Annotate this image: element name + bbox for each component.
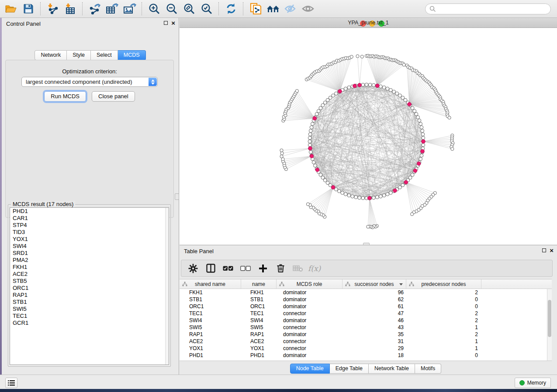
ring-node[interactable] <box>309 150 312 154</box>
leaf-node[interactable] <box>367 225 370 228</box>
column-layout-icon[interactable] <box>205 263 216 274</box>
mcds-result-item[interactable]: SWI5 <box>10 306 169 313</box>
float-panel-icon[interactable] <box>164 21 168 25</box>
mcds-dominator-node[interactable] <box>376 84 380 88</box>
hide-selected-icon[interactable] <box>283 2 298 16</box>
ring-node[interactable] <box>317 109 320 113</box>
ring-node[interactable] <box>382 86 386 89</box>
table-scrollbar[interactable] <box>547 289 552 361</box>
delete-table-icon[interactable] <box>292 263 304 274</box>
mcds-result-item[interactable]: SRD1 <box>10 250 169 257</box>
mcds-dominator-node[interactable] <box>404 180 408 184</box>
close-panel-icon[interactable]: × <box>171 21 175 25</box>
leaf-node[interactable] <box>281 158 284 161</box>
vertical-splitter-handle[interactable] <box>175 193 179 200</box>
ring-node[interactable] <box>416 116 420 119</box>
ring-node[interactable] <box>415 112 418 116</box>
mcds-result-item[interactable]: RAP1 <box>10 292 169 299</box>
task-history-button[interactable] <box>5 378 17 388</box>
column-header-mcds-role[interactable]: MCDS role <box>277 279 343 289</box>
ring-node[interactable] <box>332 94 335 97</box>
import-network-icon[interactable] <box>45 2 60 16</box>
ring-node[interactable] <box>375 196 379 199</box>
memory-button[interactable]: Memory <box>515 378 551 388</box>
export-image-icon[interactable] <box>122 2 137 16</box>
leaf-node[interactable] <box>280 152 284 155</box>
ring-node[interactable] <box>395 92 399 95</box>
select-all-columns-icon[interactable] <box>222 263 234 274</box>
mcds-dominator-node[interactable] <box>368 196 372 200</box>
ring-node[interactable] <box>308 133 312 136</box>
ring-node[interactable] <box>389 88 392 92</box>
ring-node[interactable] <box>312 161 315 164</box>
mcds-result-item[interactable]: CAR1 <box>10 215 169 222</box>
column-header-name[interactable]: name <box>241 279 277 289</box>
zoom-selected-icon[interactable] <box>199 2 214 16</box>
open-session-icon[interactable] <box>3 2 18 16</box>
ring-node[interactable] <box>315 112 318 116</box>
tab-mcds[interactable]: MCDS <box>118 50 146 60</box>
tab-select[interactable]: Select <box>91 50 118 60</box>
ring-node[interactable] <box>421 133 425 136</box>
table-row[interactable]: PHD1PHD1dominator180 <box>180 352 552 359</box>
table-row[interactable]: SWI4SWI4dominator462 <box>180 317 552 324</box>
ring-node[interactable] <box>372 83 375 87</box>
table-scrollbar-thumb[interactable] <box>548 300 551 337</box>
mcds-dominator-node[interactable] <box>408 102 412 106</box>
ring-node[interactable] <box>368 83 372 86</box>
search-input[interactable] <box>438 4 550 14</box>
column-header-successor-nodes[interactable]: successor nodes <box>343 279 406 289</box>
network-graph[interactable] <box>180 28 557 244</box>
mcds-dominator-node[interactable] <box>421 149 425 153</box>
search-box[interactable] <box>425 3 551 14</box>
ring-node[interactable] <box>386 193 389 196</box>
table-row[interactable]: TEC1TEC1connector472 <box>180 310 552 317</box>
mcds-result-item[interactable]: ACE2 <box>10 271 169 278</box>
export-table-icon[interactable] <box>105 2 120 16</box>
ring-node[interactable] <box>361 196 365 200</box>
ring-node[interactable] <box>344 87 347 90</box>
ring-node[interactable] <box>308 143 311 147</box>
ring-node[interactable] <box>358 196 361 199</box>
leaf-node[interactable] <box>402 63 405 66</box>
mcds-dominator-node[interactable] <box>417 162 421 165</box>
tab-network-table[interactable]: Network Table <box>369 364 415 374</box>
mcds-list-scrollbar[interactable] <box>165 208 169 364</box>
network-view-canvas[interactable] <box>180 28 557 244</box>
ring-node[interactable] <box>422 143 425 147</box>
mcds-result-item[interactable]: STB1 <box>10 299 169 306</box>
mcds-dominator-node[interactable] <box>338 89 342 93</box>
ring-node[interactable] <box>365 83 368 86</box>
ring-node[interactable] <box>419 157 422 161</box>
table-row[interactable]: RAP1RAP1dominator352 <box>180 331 552 338</box>
table-row[interactable]: ORC1ORC1dominator610 <box>180 303 552 310</box>
show-all-icon[interactable] <box>301 2 315 16</box>
ring-node[interactable] <box>379 85 382 88</box>
mcds-result-item[interactable]: FKH1 <box>10 264 169 271</box>
table-row[interactable]: FKH1FKH1dominator962 <box>180 289 552 296</box>
mcds-result-item[interactable]: SWI4 <box>10 243 169 250</box>
tab-network[interactable]: Network <box>35 50 67 60</box>
mcds-result-item[interactable]: PMA2 <box>10 257 169 264</box>
function-builder-icon[interactable]: f(x) <box>308 264 321 273</box>
ring-node[interactable] <box>310 126 313 129</box>
table-row[interactable]: SWI5SWI5connector431 <box>180 324 552 331</box>
tab-motifs[interactable]: Motifs <box>415 364 441 374</box>
mcds-dominator-node[interactable] <box>308 147 312 151</box>
mcds-dominator-node[interactable] <box>422 140 426 144</box>
optimization-criterion-select[interactable]: largest connected component (undirected) <box>21 77 158 87</box>
column-header-shared-name[interactable]: shared name <box>180 279 241 289</box>
ring-node[interactable] <box>347 86 351 89</box>
table-row[interactable]: YOX1YOX1connector291 <box>180 345 552 352</box>
mcds-dominator-node[interactable] <box>313 117 317 120</box>
mcds-dominator-node[interactable] <box>413 169 417 173</box>
mcds-dominator-node[interactable] <box>393 189 397 193</box>
ring-node[interactable] <box>420 126 423 129</box>
mcds-result-item[interactable]: STP4 <box>10 222 169 229</box>
ring-node[interactable] <box>334 92 338 95</box>
mcds-result-item[interactable]: TEC1 <box>10 313 169 320</box>
ring-node[interactable] <box>389 191 392 195</box>
ring-node[interactable] <box>344 193 347 196</box>
export-network-icon[interactable] <box>87 2 102 16</box>
save-session-icon[interactable] <box>21 2 36 16</box>
